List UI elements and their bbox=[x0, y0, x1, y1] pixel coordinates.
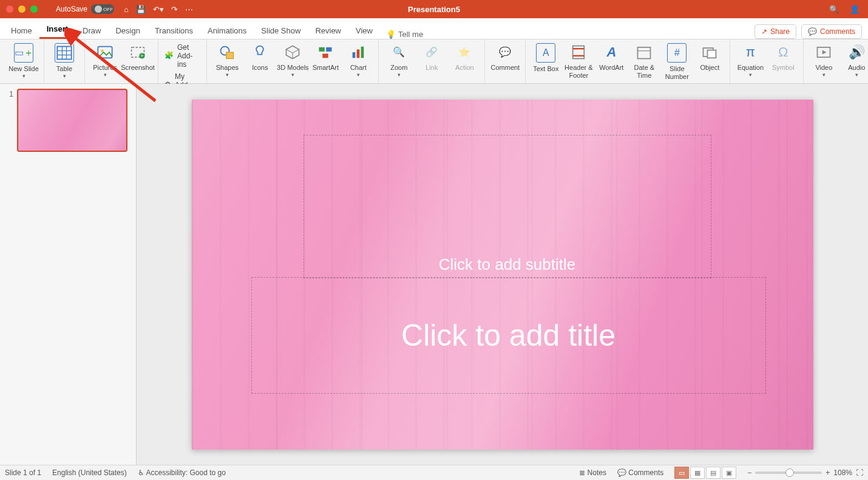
3d-models-button[interactable]: 3D Models▾ bbox=[276, 42, 309, 78]
header-footer-button[interactable]: Header & Footer bbox=[562, 42, 595, 79]
smartart-label: SmartArt bbox=[313, 64, 339, 72]
tab-design[interactable]: Design bbox=[108, 22, 147, 39]
zoom-out-button[interactable]: − bbox=[747, 468, 751, 477]
table-label: Table bbox=[56, 65, 72, 73]
icons-button[interactable]: Icons bbox=[243, 42, 276, 72]
comment-button[interactable]: 💬Comment bbox=[489, 42, 521, 72]
slide-counter[interactable]: Slide 1 of 1 bbox=[5, 468, 41, 477]
header-footer-label: Header & Footer bbox=[562, 64, 595, 79]
tab-draw[interactable]: Draw bbox=[75, 22, 108, 39]
svg-rect-26 bbox=[708, 50, 716, 58]
wordart-button[interactable]: AWordArt bbox=[595, 42, 628, 72]
reading-view-button[interactable]: ▤ bbox=[706, 467, 721, 479]
comments-button[interactable]: 💬Comments bbox=[801, 24, 862, 39]
zoom-button[interactable]: 🔍Zoom▾ bbox=[382, 42, 415, 78]
tab-animations[interactable]: Animations bbox=[200, 22, 254, 39]
date-time-button[interactable]: Date & Time bbox=[628, 42, 660, 79]
comment-icon: 💬 bbox=[808, 27, 817, 36]
language-status[interactable]: English (United States) bbox=[52, 468, 127, 477]
svg-rect-20 bbox=[573, 46, 585, 59]
textbox-label: Text Box bbox=[533, 65, 558, 73]
link-label: Link bbox=[426, 64, 438, 72]
fit-button[interactable]: ⛶ bbox=[856, 468, 863, 477]
accessibility-status[interactable]: ♿︎ Accessibility: Good to go bbox=[138, 468, 226, 477]
title-bar: AutoSave OFF ⌂ 💾 ↶▾ ↷ ⋯ Presentation5 🔍 … bbox=[0, 0, 868, 18]
svg-point-6 bbox=[101, 49, 104, 52]
zoom-value[interactable]: 108% bbox=[833, 468, 852, 477]
tab-view[interactable]: View bbox=[348, 22, 380, 39]
zoom-slider[interactable] bbox=[755, 471, 822, 474]
audio-button[interactable]: 🔊Audio▾ bbox=[840, 42, 868, 78]
svg-rect-17 bbox=[353, 52, 356, 58]
slide-canvas[interactable]: Click to add subtitle Click to add title bbox=[192, 100, 813, 450]
account-icon[interactable]: 👤 bbox=[850, 5, 860, 14]
comments-label: Comments bbox=[820, 27, 855, 36]
window-maximize-button[interactable] bbox=[30, 5, 38, 13]
svg-rect-0 bbox=[57, 47, 71, 60]
share-label: Share bbox=[770, 27, 790, 36]
save-icon[interactable]: 💾 bbox=[136, 5, 146, 14]
textbox-button[interactable]: AText Box bbox=[529, 42, 562, 73]
slide-number-button[interactable]: #Slide Number bbox=[660, 42, 693, 80]
title-placeholder[interactable]: Click to add title bbox=[251, 277, 766, 394]
slideshow-view-button[interactable]: ▣ bbox=[722, 467, 736, 479]
ribbon-tabs: Home Insert Draw Design Transitions Anim… bbox=[0, 18, 868, 39]
icons-label: Icons bbox=[252, 64, 268, 72]
wordart-label: WordArt bbox=[599, 64, 623, 72]
chart-label: Chart bbox=[350, 64, 367, 72]
3d-models-label: 3D Models bbox=[277, 64, 309, 72]
svg-marker-28 bbox=[822, 50, 827, 55]
zoom-control: − + 108% ⛶ bbox=[747, 468, 863, 477]
screenshot-button[interactable]: + Screenshot bbox=[121, 42, 154, 72]
video-button[interactable]: Video▾ bbox=[807, 42, 840, 78]
view-buttons: ▭ ▦ ▤ ▣ bbox=[674, 467, 736, 479]
equation-button[interactable]: πEquation▾ bbox=[734, 42, 767, 78]
svg-rect-15 bbox=[327, 47, 332, 52]
search-icon[interactable]: 🔍 bbox=[829, 5, 839, 14]
subtitle-placeholder[interactable]: Click to add subtitle bbox=[303, 135, 711, 278]
tab-review[interactable]: Review bbox=[308, 22, 348, 39]
status-bar: Slide 1 of 1 English (United States) ♿︎ … bbox=[0, 465, 868, 480]
pictures-button[interactable]: Pictures▾ bbox=[89, 42, 121, 78]
slide-thumbnail-1[interactable] bbox=[17, 89, 127, 152]
window-minimize-button[interactable] bbox=[18, 5, 25, 13]
undo-icon[interactable]: ↶▾ bbox=[153, 5, 164, 14]
object-label: Object bbox=[700, 64, 719, 72]
comments-status-button[interactable]: 💬 Comments bbox=[617, 468, 663, 477]
home-icon[interactable]: ⌂ bbox=[124, 5, 129, 14]
zoom-in-button[interactable]: + bbox=[826, 468, 830, 477]
sorter-view-button[interactable]: ▦ bbox=[690, 467, 705, 479]
get-addins-button[interactable]: 🧩Get Add-ins bbox=[164, 43, 200, 69]
new-slide-button[interactable]: ▭＋ New Slide▾ bbox=[7, 42, 40, 79]
notes-button[interactable]: ≣ Notes bbox=[579, 468, 606, 477]
tab-insert[interactable]: Insert bbox=[39, 21, 75, 39]
link-button[interactable]: 🔗Link bbox=[415, 42, 448, 72]
share-icon: ↗ bbox=[761, 27, 767, 36]
smartart-button[interactable]: SmartArt bbox=[309, 42, 342, 72]
window-close-button[interactable] bbox=[6, 5, 13, 13]
more-icon[interactable]: ⋯ bbox=[185, 5, 193, 14]
normal-view-button[interactable]: ▭ bbox=[674, 467, 689, 479]
shapes-button[interactable]: Shapes▾ bbox=[211, 42, 243, 78]
svg-rect-18 bbox=[357, 49, 360, 58]
thumbnail-number: 1 bbox=[5, 90, 13, 98]
notes-label: Notes bbox=[588, 468, 606, 477]
redo-icon[interactable]: ↷ bbox=[171, 5, 178, 14]
object-button[interactable]: Object bbox=[693, 42, 726, 72]
screenshot-label: Screenshot bbox=[121, 64, 155, 72]
share-button[interactable]: ↗Share bbox=[754, 24, 796, 39]
autosave-toggle[interactable]: AutoSave OFF bbox=[56, 4, 114, 14]
table-button[interactable]: Table▾ bbox=[48, 42, 81, 79]
audio-label: Audio bbox=[848, 64, 865, 72]
symbol-button[interactable]: ΩSymbol bbox=[767, 42, 799, 72]
tab-transitions[interactable]: Transitions bbox=[147, 22, 200, 39]
action-button[interactable]: ⭐Action bbox=[448, 42, 481, 72]
video-label: Video bbox=[815, 64, 832, 72]
tab-home[interactable]: Home bbox=[4, 22, 39, 39]
tab-slideshow[interactable]: Slide Show bbox=[254, 22, 308, 39]
chart-button[interactable]: Chart▾ bbox=[342, 42, 375, 78]
slide-editor[interactable]: Click to add subtitle Click to add title bbox=[137, 84, 868, 465]
tell-me-button[interactable]: 💡 Tell me bbox=[386, 30, 423, 39]
slide-thumbnail-panel: 1 bbox=[0, 84, 137, 465]
zoom-label: Zoom bbox=[390, 64, 407, 72]
